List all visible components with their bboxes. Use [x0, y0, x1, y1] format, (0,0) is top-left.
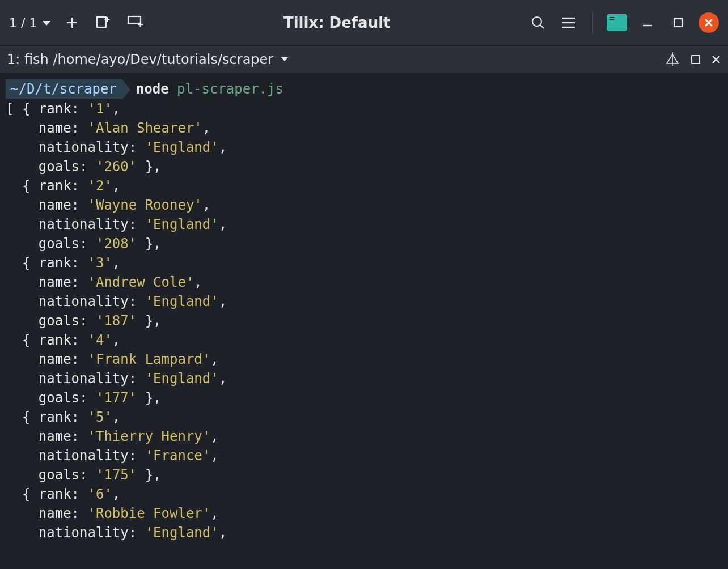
- maximize-pane-button[interactable]: [691, 54, 701, 65]
- output-line: name: 'Andrew Cole',: [6, 273, 722, 292]
- output-line: nationality: 'England',: [6, 523, 722, 542]
- output-line: nationality: 'France',: [6, 446, 722, 465]
- output-line: { rank: '3',: [6, 253, 722, 273]
- chevron-down-icon: [43, 21, 50, 26]
- prompt-arg: pl-scraper.js: [177, 81, 283, 97]
- output-line: goals: '208' },: [6, 234, 722, 253]
- search-button[interactable]: [528, 12, 548, 33]
- svg-rect-5: [128, 16, 141, 23]
- add-terminal-right-button[interactable]: [94, 12, 114, 33]
- output-line: nationality: 'England',: [6, 292, 722, 311]
- output-line: name: 'Frank Lampard',: [6, 350, 722, 369]
- output-line: nationality: 'England',: [6, 215, 722, 234]
- minimize-button[interactable]: [637, 12, 658, 33]
- titlebar-divider: [592, 11, 593, 34]
- prompt-line: ~/D/t/scraper node pl-scraper.js: [6, 79, 722, 99]
- new-session-button[interactable]: [62, 12, 82, 33]
- prompt-command: node: [136, 81, 169, 97]
- output-line: goals: '260' },: [6, 157, 722, 176]
- output-line: goals: '177' },: [6, 388, 722, 407]
- maximize-button[interactable]: [668, 12, 688, 33]
- output-line: { rank: '2',: [6, 176, 722, 196]
- session-label: 1 / 1: [9, 16, 37, 30]
- output-line: name: 'Robbie Fowler',: [6, 504, 722, 523]
- svg-rect-2: [97, 17, 106, 27]
- session-selector[interactable]: 1 / 1: [9, 16, 50, 30]
- output-line: { rank: '4',: [6, 330, 722, 350]
- output-line: name: 'Thierry Henry',: [6, 427, 722, 446]
- output-line: goals: '187' },: [6, 311, 722, 330]
- close-pane-button[interactable]: [711, 54, 721, 65]
- output-line: [ { rank: '1',: [6, 99, 722, 118]
- prompt-cwd: ~/D/t/scraper: [10, 79, 117, 99]
- svg-line-9: [540, 25, 544, 28]
- output-line: { rank: '6',: [6, 485, 722, 504]
- close-button[interactable]: [699, 12, 719, 33]
- output-line: name: 'Wayne Rooney',: [6, 196, 722, 215]
- prompt-arrow-icon: [122, 80, 130, 99]
- output-line: nationality: 'England',: [6, 138, 722, 157]
- tab-label: 1: fish /home/ayo/Dev/tutorials/scraper: [7, 52, 273, 67]
- hamburger-menu-button[interactable]: [558, 12, 579, 33]
- prompt-cwd-pill: ~/D/t/scraper: [6, 79, 122, 99]
- window-title: Tilix: Default: [153, 14, 521, 31]
- add-terminal-down-button[interactable]: [125, 12, 146, 33]
- terminal-pane[interactable]: ~/D/t/scraper node pl-scraper.js [ { ran…: [0, 73, 728, 569]
- tab-title[interactable]: 1: fish /home/ayo/Dev/tutorials/scraper: [7, 52, 288, 67]
- output-line: nationality: 'England',: [6, 369, 722, 388]
- terminal-app-icon: [607, 14, 627, 31]
- terminal-output: [ { rank: '1', name: 'Alan Shearer', nat…: [6, 99, 722, 542]
- titlebar: 1 / 1 Tilix: Default: [0, 0, 728, 45]
- svg-point-8: [532, 17, 541, 26]
- chevron-down-icon: [281, 57, 288, 61]
- readonly-toggle-button[interactable]: [664, 52, 680, 67]
- svg-rect-14: [674, 19, 682, 27]
- output-line: { rank: '5',: [6, 407, 722, 427]
- svg-rect-18: [692, 56, 700, 63]
- output-line: name: 'Alan Shearer',: [6, 118, 722, 138]
- output-line: goals: '175' },: [6, 465, 722, 485]
- tabbar: 1: fish /home/ayo/Dev/tutorials/scraper: [0, 45, 728, 73]
